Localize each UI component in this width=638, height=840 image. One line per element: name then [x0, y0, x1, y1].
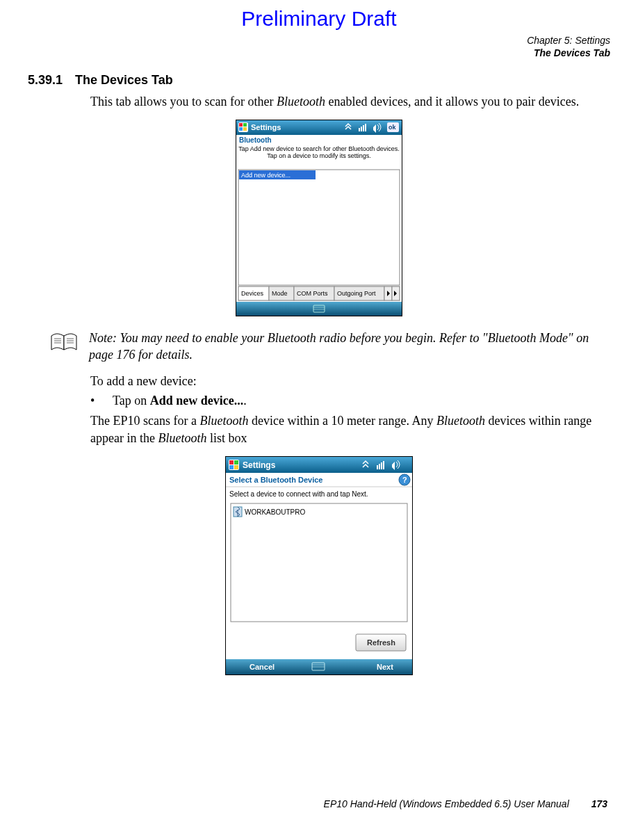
svg-rect-9	[363, 125, 364, 131]
svg-rect-4	[243, 123, 247, 127]
intro-text-bluetooth: Bluetooth	[277, 95, 325, 108]
section-number: 5.39.1	[28, 73, 63, 88]
ss2-titlebar: Settings	[243, 460, 276, 470]
scan-c: device within a 10 meter range. Any	[248, 414, 436, 428]
scan-b: Bluetooth	[199, 414, 248, 428]
screenshot-bluetooth-devices: Settings ok Bluetooth Tap Add new device…	[28, 120, 610, 319]
svg-rect-33	[383, 461, 384, 469]
bullet-text-b: Add new device...	[150, 394, 244, 407]
page-footer: EP10 Hand-Held (Windows Embedded 6.5) Us…	[324, 798, 607, 809]
svg-rect-32	[381, 462, 382, 469]
intro-paragraph: This tab allows you to scan for other Bl…	[90, 93, 610, 110]
svg-rect-3	[239, 123, 243, 127]
footer-page: 173	[591, 798, 607, 809]
svg-rect-14	[236, 302, 402, 316]
svg-rect-26	[229, 460, 234, 465]
scan-d: Bluetooth	[436, 414, 485, 428]
chapter-line: Chapter 5: Settings	[28, 35, 610, 47]
screenshot-select-device: Settings Select a Bluetooth Device ? Sel…	[28, 456, 610, 678]
ss2-device: WORKABOUTPRO	[245, 508, 305, 516]
ss1-titlebar: Settings	[251, 123, 281, 131]
ss1-window-title: Bluetooth	[239, 136, 272, 144]
section-title: The Devices Tab	[75, 73, 173, 87]
bullet-add-new-device: • Tap on Add new device....	[90, 394, 610, 408]
intro-text-c: enabled devices, and it allows you to pa…	[325, 95, 579, 108]
svg-rect-29	[234, 465, 238, 469]
note-body: You may need to enable your Bluetooth ra…	[89, 331, 589, 361]
device-item[interactable]: WORKABOUTPRO	[234, 507, 305, 517]
scan-f: Bluetooth	[158, 431, 206, 445]
svg-rect-30	[377, 465, 378, 469]
bullet-dot: •	[90, 394, 113, 408]
scan-a: The EP10 scans for a	[90, 414, 199, 428]
add-device-lead: To add a new device:	[90, 373, 610, 389]
help-icon-label: ?	[402, 476, 407, 484]
tab-outgoing-label: Outgoing Port	[337, 290, 376, 297]
note-block: Note: You may need to enable your Blueto…	[49, 330, 610, 363]
scan-g: list box	[206, 431, 247, 445]
ok-label: ok	[388, 124, 396, 131]
ss1-help-text: Tap Add new device to search for other B…	[238, 145, 400, 160]
chapter-header: Chapter 5: Settings The Devices Tab	[28, 35, 610, 59]
ss2-window-title: Select a Bluetooth Device	[229, 476, 323, 484]
footer-book: EP10 Hand-Held (Windows Embedded 6.5) Us…	[324, 798, 569, 809]
chapter-section-line: The Devices Tab	[28, 47, 610, 60]
bullet-text-a: Tap on	[113, 394, 150, 407]
refresh-label: Refresh	[367, 638, 395, 647]
cancel-button[interactable]: Cancel	[250, 663, 275, 671]
preliminary-draft-label: Preliminary Draft	[28, 7, 610, 31]
svg-rect-6	[243, 127, 247, 131]
svg-rect-36	[231, 503, 407, 622]
intro-text-a: This tab allows you to scan for other	[90, 95, 277, 108]
ss1-tabs: Devices Mode COM Ports Outgoing Port	[238, 286, 400, 300]
next-button[interactable]: Next	[377, 663, 393, 671]
svg-rect-5	[239, 127, 243, 131]
tab-devices-label: Devices	[241, 290, 264, 297]
svg-rect-12	[238, 170, 400, 285]
svg-rect-27	[234, 460, 238, 465]
scan-paragraph: The EP10 scans for a Bluetooth device wi…	[90, 412, 610, 446]
svg-rect-7	[359, 128, 360, 131]
note-prefix: Note:	[89, 331, 120, 345]
ss2-instruction: Select a device to connect with and tap …	[229, 490, 368, 498]
svg-rect-10	[365, 124, 366, 131]
ss1-add-new: Add new device...	[241, 172, 291, 179]
tab-comports-label: COM Ports	[297, 290, 328, 297]
bullet-text-c: .	[243, 394, 247, 407]
svg-rect-8	[361, 127, 362, 131]
section-heading: 5.39.1The Devices Tab	[28, 73, 610, 88]
note-icon	[49, 332, 82, 355]
svg-rect-28	[229, 465, 234, 469]
svg-rect-31	[379, 464, 380, 469]
tab-mode-label: Mode	[272, 290, 288, 297]
